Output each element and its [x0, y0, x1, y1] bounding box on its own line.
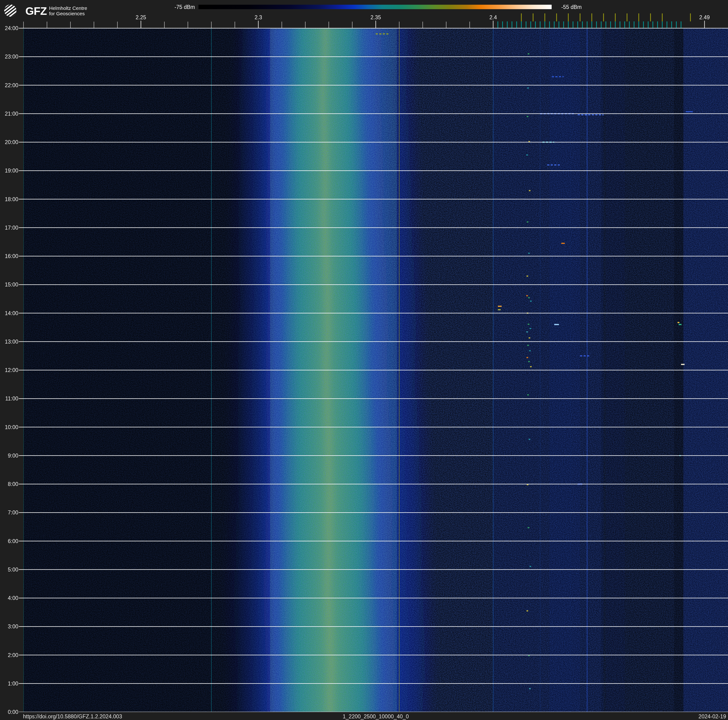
time-label: 7:00 [2, 510, 18, 515]
time-label: 2:00 [2, 652, 18, 658]
logo-spacer [4, 3, 23, 18]
speck-mark [528, 54, 529, 55]
time-label: 21:00 [2, 111, 18, 116]
gfz-wordmark: GFZ [25, 5, 47, 17]
speck-mark [526, 331, 528, 332]
speck-mark [527, 87, 529, 89]
time-label: 1:00 [2, 681, 18, 686]
freq-tick-label: 2.25 [130, 15, 151, 20]
time-label: 9:00 [2, 453, 18, 458]
speck-mark [526, 357, 528, 358]
time-label: 22:00 [2, 83, 18, 88]
speck-mark [529, 190, 531, 191]
speck-mark [528, 253, 530, 254]
freq-tick-label: 2.49 [694, 15, 715, 20]
time-label: 5:00 [2, 567, 18, 573]
speck-mark [526, 155, 528, 156]
time-label: 10:00 [2, 424, 18, 430]
time-label: 12:00 [2, 367, 18, 373]
time-label: 8:00 [2, 481, 18, 487]
time-label: 15:00 [2, 282, 18, 287]
time-label: 23:00 [2, 54, 18, 60]
freq-tick-label: 2.3 [248, 15, 269, 20]
time-label: 18:00 [2, 196, 18, 202]
speck-mark [529, 439, 530, 440]
freq-tick-label: 2.4 [483, 15, 504, 20]
speck-mark [528, 297, 530, 299]
speck-mark [530, 300, 532, 302]
time-label: 24:00 [2, 25, 18, 31]
colorbar-min-label: -75 dBm [167, 4, 195, 10]
speck-mark [528, 361, 530, 362]
speck-mark [530, 366, 532, 367]
org-name-line2: for Geosciences [49, 11, 87, 16]
dataset-name-text: 1_2200_2500_10000_40_0 [258, 714, 493, 719]
time-label: 13:00 [2, 339, 18, 345]
org-name: Helmholtz Centre for Geosciences [49, 5, 87, 16]
time-label: 19:00 [2, 168, 18, 173]
speck-mark [529, 328, 531, 329]
date-text: 2024-02-19 [656, 714, 726, 719]
freq-tick-label: 2.35 [365, 15, 386, 20]
doi-text: https://doi.org/10.5880/GFZ.1.2.2024.003 [23, 714, 122, 719]
speck-mark [527, 345, 529, 346]
org-name-line1: Helmholtz Centre [49, 5, 87, 11]
speck-mark [529, 566, 531, 567]
speck-mark [526, 610, 528, 611]
speck-mark [529, 337, 530, 339]
time-label: 17:00 [2, 225, 18, 231]
time-label: 0:00 [2, 709, 18, 715]
speck-mark [528, 527, 529, 528]
speck-mark [526, 295, 528, 296]
time-label: 11:00 [2, 396, 18, 401]
speck-mark [528, 323, 529, 325]
power-colorbar [199, 5, 552, 9]
colorbar-max-label: -55 dBm [561, 4, 582, 10]
speck-mark [529, 688, 531, 689]
speck-mark [527, 116, 528, 117]
speck-mark [527, 221, 528, 222]
time-label: 14:00 [2, 310, 18, 316]
time-label: 16:00 [2, 253, 18, 259]
speck-mark [529, 350, 531, 351]
speck-mark [526, 276, 528, 277]
time-label: 3:00 [2, 623, 18, 629]
logo-block: GFZ Helmholtz Centre for Geosciences [4, 3, 87, 18]
speck-mark [527, 394, 529, 395]
time-label: 20:00 [2, 139, 18, 145]
spectrogram-canvas [0, 0, 728, 720]
time-label: 6:00 [2, 538, 18, 544]
time-label: 4:00 [2, 595, 18, 601]
